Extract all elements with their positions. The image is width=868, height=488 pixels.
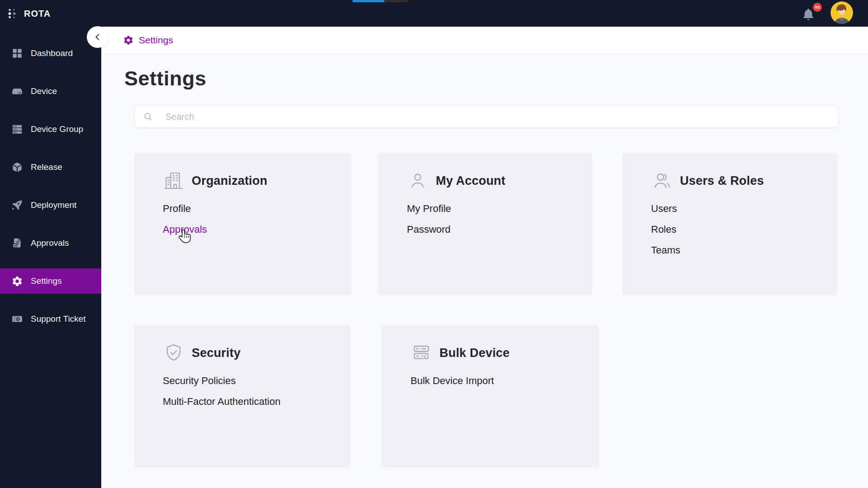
link-password[interactable]: Password	[407, 224, 451, 235]
users-icon	[651, 170, 673, 192]
breadcrumb-bar: Settings	[101, 27, 868, 54]
card-title: Bulk Device	[439, 346, 509, 360]
user-avatar-image	[830, 1, 853, 24]
link-multi-factor-authentication[interactable]: Multi-Factor Authentication	[163, 396, 280, 408]
shield-check-icon	[163, 342, 184, 364]
card-organization: Organization Profile Approvals	[134, 153, 351, 295]
link-bulk-device-import[interactable]: Bulk Device Import	[410, 375, 494, 387]
notifications-button[interactable]: 03	[801, 4, 822, 23]
page-title: Settings	[124, 66, 207, 91]
notification-badge: 03	[813, 3, 822, 12]
sidebar-item-label: Settings	[31, 276, 62, 286]
card-header: Organization	[163, 169, 351, 192]
sidebar-item-device[interactable]: Device	[0, 79, 101, 104]
app-name: ROTA	[24, 9, 51, 19]
card-title: Organization	[192, 174, 267, 188]
card-users-roles: Users & Roles Users Roles Teams	[623, 153, 837, 295]
card-title: Security	[192, 346, 241, 360]
sidebar-item-label: Release	[31, 162, 62, 172]
sidebar-item-label: Approvals	[31, 238, 69, 248]
sidebar-nav: Dashboard Device	[0, 41, 101, 332]
card-links: Security Policies Multi-Factor Authentic…	[163, 375, 350, 417]
approvals-icon	[11, 237, 23, 249]
card-links: My Profile Password	[407, 203, 592, 244]
sidebar-item-approvals[interactable]: Approvals	[0, 230, 101, 256]
link-users[interactable]: Users	[651, 203, 677, 215]
search-icon	[143, 112, 153, 122]
sidebar-item-label: Support Ticket	[31, 314, 85, 324]
loading-bar	[353, 0, 384, 2]
sidebar-collapse-button[interactable]	[87, 26, 108, 48]
app-logo: ROTA	[0, 0, 101, 27]
card-header: Users & Roles	[651, 169, 837, 192]
main-content: Settings Organi	[101, 55, 868, 488]
avatar[interactable]	[830, 1, 853, 24]
breadcrumb[interactable]: Settings	[139, 35, 173, 46]
card-my-account: My Account My Profile Password	[378, 153, 592, 295]
card-links: Bulk Device Import	[410, 375, 599, 396]
settings-icon	[11, 275, 23, 287]
sidebar-item-dashboard[interactable]: Dashboard	[0, 41, 101, 66]
search-input[interactable]	[165, 112, 838, 122]
release-icon	[11, 161, 23, 173]
sidebar-item-device-group[interactable]: Device Group	[0, 117, 101, 142]
card-links: Profile Approvals	[163, 203, 351, 244]
sidebar-item-release[interactable]: Release	[0, 155, 101, 180]
rota-logo-icon	[7, 7, 19, 20]
device-icon	[11, 85, 23, 97]
building-icon	[163, 170, 184, 192]
link-profile[interactable]: Profile	[163, 203, 191, 215]
link-my-profile[interactable]: My Profile	[407, 203, 451, 215]
card-header: Bulk Device	[410, 342, 599, 364]
support-ticket-icon	[11, 313, 23, 325]
settings-gear-icon	[123, 35, 134, 46]
server-upload-icon	[410, 342, 432, 364]
link-approvals[interactable]: Approvals	[163, 224, 207, 235]
dashboard-icon	[11, 47, 23, 59]
chevron-left-icon	[93, 32, 103, 42]
card-bulk-device: Bulk Device Bulk Device Import	[382, 325, 599, 467]
sidebar-item-label: Device	[31, 86, 57, 96]
card-header: My Account	[407, 169, 592, 192]
card-security: Security Security Policies Multi-Factor …	[134, 325, 350, 467]
sidebar-item-settings[interactable]: Settings	[0, 268, 101, 294]
app-screen: 03 ROTA	[0, 0, 868, 488]
sidebar-item-label: Device Group	[31, 124, 83, 134]
user-icon	[407, 170, 429, 192]
device-group-icon	[11, 123, 23, 135]
deployment-icon	[11, 199, 23, 211]
sidebar-item-deployment[interactable]: Deployment	[0, 192, 101, 218]
sidebar-item-label: Deployment	[31, 200, 76, 210]
card-header: Security	[163, 342, 350, 364]
sidebar-item-label: Dashboard	[31, 48, 73, 58]
topbar: 03	[0, 0, 868, 27]
link-security-policies[interactable]: Security Policies	[163, 375, 236, 387]
link-teams[interactable]: Teams	[651, 244, 680, 256]
link-roles[interactable]: Roles	[651, 224, 676, 235]
card-title: My Account	[436, 174, 505, 188]
sidebar-item-support-ticket[interactable]: Support Ticket	[0, 306, 101, 332]
card-links: Users Roles Teams	[651, 203, 837, 265]
loading-bar-track	[384, 0, 408, 2]
card-title: Users & Roles	[680, 174, 764, 188]
search-bar	[134, 105, 839, 128]
sidebar: ROTA Dashboard Dev	[0, 0, 101, 488]
